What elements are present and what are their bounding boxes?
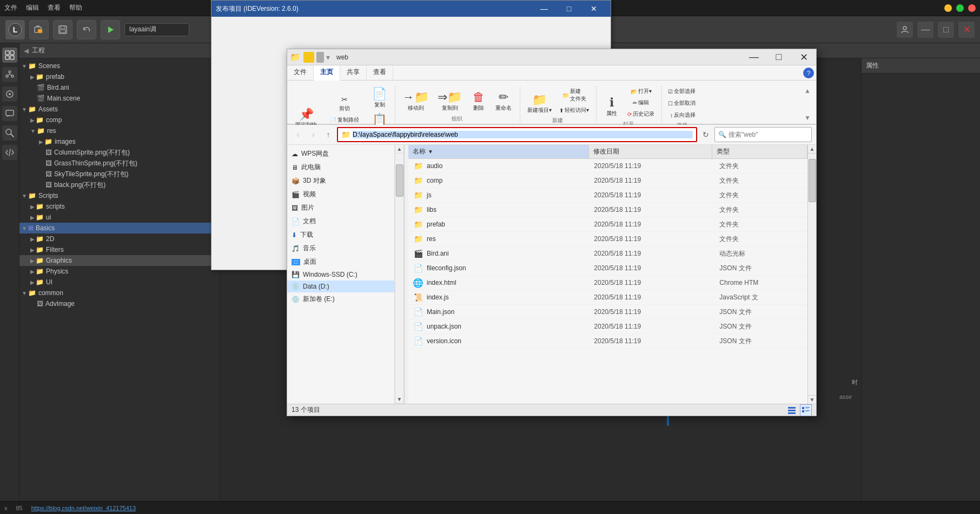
ribbon-scroll-up[interactable]: ▲ [803,86,812,96]
fe-nav-docs[interactable]: 📄 文档 [287,215,394,228]
ribbon-scroll-down[interactable]: ▼ [803,113,812,123]
ribbon-btn-invert[interactable]: ↕反向选择 [667,110,698,121]
fe-tab-share[interactable]: 共享 [340,65,367,80]
fe-title-dropdown[interactable]: ▾ [326,53,330,62]
ribbon-btn-copypath[interactable]: 📄复制路径 [322,115,367,125]
fe-nav-panel: ☁ WPS网盘 🖥 此电脑 📦 3D 对象 🎬 [287,145,395,404]
fe-file-scroll-up-btn[interactable]: ▲ [808,145,816,153]
fe-file-row-index-js[interactable]: 📜 index.js 2020/5/18 11:19 JavaScript 文 [408,290,807,305]
fe-file-scroll-thumb[interactable] [809,159,816,202]
fe-file-row-main-json[interactable]: 📄 Main.json 2020/5/18 11:19 JSON 文件 [408,305,807,319]
fe-file-row-unpack[interactable]: 📄 unpack.json 2020/5/18 11:19 JSON 文件 [408,319,807,334]
svg-rect-22 [788,412,796,414]
folder-icon-libs: 📁 [413,204,423,215]
fe-minimize-btn[interactable]: — [741,49,766,65]
fe-file-row-res[interactable]: 📁 res 2020/5/18 11:19 文件夹 [408,232,807,246]
thispc-icon: 🖥 [292,164,298,171]
fe-file-row-index-html[interactable]: 🌐 index.html 2020/5/18 11:19 Chrome HTM [408,276,807,290]
json-icon-main: 📄 [413,306,423,317]
fe-maximize-btn[interactable]: □ [766,49,791,65]
ribbon-btn-move[interactable]: →📁 移动到 [399,89,433,114]
fe-col-header-name[interactable]: 名称 ▼ [408,145,589,158]
ribbon-btn-copyto[interactable]: ⇒📁 复制到 [434,89,466,114]
fe-help-btn[interactable]: ? [803,68,814,78]
fe-nav-pictures[interactable]: 🖼 图片 [287,201,394,215]
fe-file-row-prefab[interactable]: 📁 prefab 2020/5/18 11:19 文件夹 [408,217,807,232]
fe-tab-view[interactable]: 查看 [367,65,393,80]
fe-nav-desktop[interactable]: □ 桌面 [287,255,394,269]
properties-label: 属性 [606,110,617,117]
wps-icon: ☁ [292,150,298,158]
ribbon-btn-rename[interactable]: ✏ 重命名 [492,89,515,114]
pictures-icon: 🖼 [292,204,298,212]
fe-nav-data-d[interactable]: 💿 Data (D:) [287,281,394,292]
fe-file-scroll-down-btn[interactable]: ▼ [808,395,816,404]
fe-file-row-libs[interactable]: 📁 libs 2020/5/18 11:19 文件夹 [408,203,807,217]
svg-rect-21 [788,410,796,411]
fe-nav-scroll-thumb[interactable] [396,164,403,197]
fe-nav-wps[interactable]: ☁ WPS网盘 [287,147,394,161]
ribbon-btn-deselect[interactable]: ☐全部取消 [665,98,698,109]
fe-col-header-date[interactable]: 修改日期 [589,145,712,158]
fe-search-input[interactable] [729,131,810,138]
ribbon-btn-copy[interactable]: 📄 复制 [368,86,390,111]
fe-nav-downloads[interactable]: ⬇ 下载 [287,228,394,242]
fe-nav-ssd[interactable]: 💾 Windows-SSD (C:) [287,269,394,281]
ribbon-btn-cut[interactable]: ✂ 剪切 [322,94,367,114]
svg-rect-24 [805,407,810,408]
fe-nav-scrollbar: ▲ ▼ [395,145,403,404]
fe-nav-new-vol[interactable]: 💿 新加卷 (E:) [287,292,394,306]
fe-nav-music[interactable]: 🎵 音乐 [287,242,394,255]
fe-file-row-js[interactable]: 📁 js 2020/5/18 11:19 文件夹 [408,188,807,203]
fe-back-btn[interactable]: ‹ [292,128,304,141]
fe-tab-home[interactable]: 主页 [314,65,340,81]
fe-file-row-version[interactable]: 📄 version.icon 2020/5/18 11:19 JSON 文件 [408,334,807,349]
fe-nav-thispc[interactable]: 🖥 此电脑 [287,161,394,174]
rename-label: 重命名 [495,104,512,112]
ani-icon-bird: 🎬 [413,248,423,259]
fe-file-row-bird-ani[interactable]: 🎬 Bird.ani 2020/5/18 11:19 动态光标 [408,246,807,261]
html-icon-index: 🌐 [413,277,423,288]
ribbon-btn-new-folder[interactable]: 📁新建文件夹 [557,86,592,104]
ribbon-btn-easy-access[interactable]: ⬆轻松访问▾ [557,105,592,116]
fe-tab-file[interactable]: 文件 [287,65,314,80]
ribbon-btn-select-all[interactable]: ☑全部选择 [665,86,698,97]
publish-minimize-btn[interactable]: — [532,1,557,17]
publish-titlebar: 发布项目 (IDEVersion: 2.6.0) — □ ✕ [211,1,611,17]
fe-address-input[interactable] [353,131,693,138]
deselect-label: ☐全部取消 [668,99,696,107]
ribbon-btn-new-item[interactable]: 📁 新建项目▾ [524,92,555,116]
fe-forward-btn[interactable]: › [307,128,320,141]
fe-col-header-type[interactable]: 类型 [712,145,807,158]
fe-nav-3d[interactable]: 📦 3D 对象 [287,174,394,188]
fe-nav-scroll-down-btn[interactable]: ▼ [395,395,403,404]
fe-close-btn[interactable]: ✕ [791,49,816,65]
fe-up-btn[interactable]: ↑ [322,128,335,141]
copypath-label: 📄复制路径 [330,116,359,124]
fe-file-row-audio[interactable]: 📁 audio 2020/5/18 11:19 文件夹 [408,159,807,173]
copy-icon: 📄 [372,88,387,100]
ribbon-btn-delete[interactable]: 🗑 删除 [467,89,491,114]
folder-icon-audio: 📁 [413,161,423,171]
fe-nav-scroll-up-btn[interactable]: ▲ [395,145,403,153]
new-label: 新建 [524,116,592,124]
fe-file-row-fileconfig[interactable]: 📄 fileconfig.json 2020/5/18 11:19 JSON 文… [408,261,807,276]
fe-search-box: 🔍 [714,127,812,142]
fe-file-row-comp[interactable]: 📁 comp 2020/5/18 11:19 文件夹 [408,173,807,188]
fe-resize-handle[interactable] [404,145,408,404]
fe-detail-view-btn[interactable] [800,404,812,416]
ribbon-btn-properties[interactable]: ℹ 属性 [600,95,624,119]
music-icon: 🎵 [292,245,300,252]
publish-maximize-btn[interactable]: □ [557,1,581,17]
fe-title-bar-el [316,52,324,63]
invert-label: ↕反向选择 [670,111,696,119]
ribbon-btn-history[interactable]: ⟳历史记录 [625,109,657,119]
fe-refresh-btn[interactable]: ↻ [699,128,712,141]
fe-list-view-btn[interactable] [786,404,798,416]
easy-access-label: ⬆轻松访问▾ [559,106,589,114]
fe-nav-video[interactable]: 🎬 视频 [287,188,394,201]
publish-close-btn[interactable]: ✕ [581,1,606,17]
ribbon-btn-open[interactable]: 📂打开▾ [625,86,657,97]
ribbon-btn-edit[interactable]: ✏编辑 [625,97,657,108]
fe-title-text: web [334,54,741,61]
